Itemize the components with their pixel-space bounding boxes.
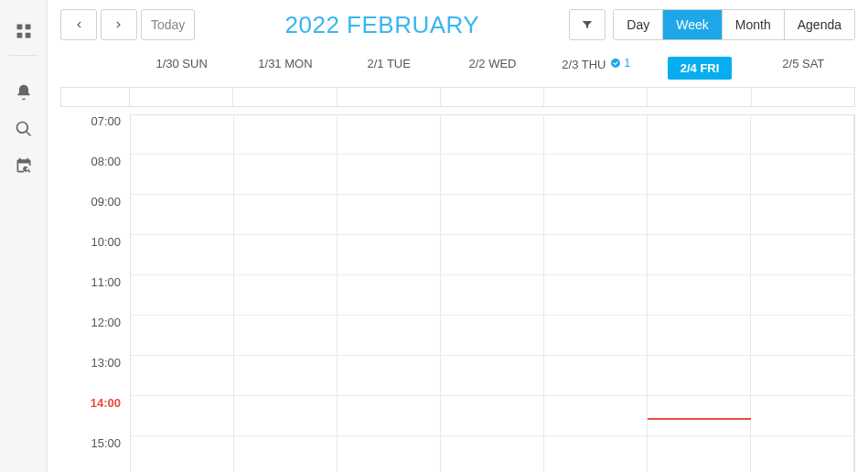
time-slot[interactable] — [751, 155, 853, 195]
time-slot[interactable] — [338, 114, 440, 155]
time-slot[interactable] — [441, 155, 543, 195]
time-slot[interactable] — [648, 356, 750, 396]
time-slot[interactable] — [648, 316, 750, 356]
time-slot[interactable] — [751, 195, 853, 235]
day-header-cell[interactable]: 2/3 THU1 — [544, 48, 648, 87]
time-slot[interactable] — [234, 356, 337, 396]
time-slot[interactable] — [338, 396, 440, 436]
view-week[interactable]: Week — [663, 10, 723, 39]
time-slot[interactable] — [131, 195, 233, 235]
time-slot[interactable] — [234, 114, 337, 155]
time-slot[interactable] — [648, 235, 750, 275]
time-slot[interactable] — [751, 235, 853, 275]
day-column[interactable] — [441, 114, 544, 472]
time-slot[interactable] — [338, 356, 440, 396]
time-slot[interactable] — [751, 396, 853, 436]
time-slot[interactable] — [131, 396, 233, 436]
day-column[interactable] — [131, 114, 234, 472]
time-slot[interactable] — [131, 356, 233, 396]
time-slot[interactable] — [441, 114, 543, 155]
today-button[interactable]: Today — [141, 9, 195, 40]
time-slot[interactable] — [131, 275, 233, 316]
time-slot[interactable] — [234, 436, 337, 472]
view-month[interactable]: Month — [723, 10, 785, 39]
time-slot[interactable] — [338, 436, 440, 472]
time-slot[interactable] — [338, 155, 440, 195]
day-column[interactable] — [544, 114, 648, 472]
time-slot[interactable] — [441, 396, 543, 436]
grid-scroll[interactable]: 07:0008:0009:0010:0011:0012:0013:0014:00… — [60, 114, 855, 472]
time-slot[interactable] — [338, 316, 440, 356]
time-slot[interactable] — [338, 275, 440, 316]
time-slot[interactable] — [648, 114, 750, 155]
next-button[interactable] — [101, 9, 137, 40]
time-slot[interactable] — [441, 436, 543, 472]
time-slot[interactable] — [544, 436, 647, 472]
all-day-cell[interactable] — [338, 88, 441, 106]
bell-icon[interactable] — [0, 74, 48, 111]
prev-button[interactable] — [60, 9, 97, 40]
time-slot[interactable] — [131, 155, 233, 195]
day-column[interactable] — [751, 114, 854, 472]
day-column[interactable] — [234, 114, 338, 472]
time-slot[interactable] — [441, 356, 543, 396]
time-slot[interactable] — [648, 275, 750, 316]
time-slot[interactable] — [544, 275, 647, 316]
time-slot[interactable] — [648, 195, 750, 235]
time-slot[interactable] — [441, 316, 543, 356]
time-slot[interactable] — [131, 235, 233, 275]
day-column[interactable] — [648, 114, 751, 472]
time-slot[interactable] — [751, 275, 853, 316]
day-column[interactable] — [338, 114, 441, 472]
filter-button[interactable] — [569, 9, 605, 40]
time-slot[interactable] — [544, 235, 647, 275]
time-slot[interactable] — [131, 114, 233, 155]
day-header-cell[interactable]: 2/4 FRI — [648, 48, 751, 87]
time-slot[interactable] — [648, 155, 750, 195]
time-slot[interactable] — [234, 396, 337, 436]
day-header-cell[interactable]: 2/1 TUE — [338, 48, 441, 87]
all-day-row — [60, 87, 855, 107]
all-day-cell[interactable] — [233, 88, 337, 106]
all-day-cell[interactable] — [544, 88, 648, 106]
time-slot[interactable] — [131, 436, 233, 472]
all-day-cell[interactable] — [752, 88, 854, 106]
time-slot[interactable] — [544, 356, 647, 396]
time-slot[interactable] — [338, 195, 440, 235]
view-day[interactable]: Day — [614, 10, 663, 39]
day-header-cell[interactable]: 2/2 WED — [441, 48, 544, 87]
time-slot[interactable] — [751, 316, 853, 356]
time-slot[interactable] — [751, 436, 853, 472]
day-header-cell[interactable]: 1/30 SUN — [130, 48, 233, 87]
time-slot[interactable] — [544, 396, 647, 436]
search-icon[interactable] — [0, 111, 48, 147]
time-slot[interactable] — [544, 114, 647, 155]
time-slot[interactable] — [338, 235, 440, 275]
time-slot[interactable] — [234, 235, 337, 275]
all-day-cell[interactable] — [648, 88, 751, 106]
apps-icon[interactable] — [0, 13, 48, 49]
day-header-cell[interactable]: 2/5 SAT — [752, 48, 855, 87]
time-slot[interactable] — [441, 275, 543, 316]
time-slot[interactable] — [544, 155, 647, 195]
time-slot[interactable] — [234, 316, 337, 356]
time-slot[interactable] — [131, 316, 233, 356]
all-day-cell[interactable] — [441, 88, 544, 106]
time-slot[interactable] — [648, 396, 750, 436]
time-slot[interactable] — [441, 235, 543, 275]
time-slot[interactable] — [234, 275, 337, 316]
time-slot[interactable] — [648, 436, 750, 472]
day-task-badge[interactable]: 1 — [610, 57, 631, 70]
svg-rect-0 — [16, 25, 22, 30]
calendar-search-icon[interactable] — [0, 147, 48, 184]
time-slot[interactable] — [544, 195, 647, 235]
day-header-cell[interactable]: 1/31 MON — [233, 48, 337, 87]
time-slot[interactable] — [751, 114, 853, 155]
time-slot[interactable] — [544, 316, 647, 356]
time-slot[interactable] — [234, 155, 337, 195]
time-slot[interactable] — [234, 195, 337, 235]
time-slot[interactable] — [751, 356, 853, 396]
view-agenda[interactable]: Agenda — [785, 10, 854, 39]
all-day-cell[interactable] — [130, 88, 233, 106]
time-slot[interactable] — [441, 195, 543, 235]
